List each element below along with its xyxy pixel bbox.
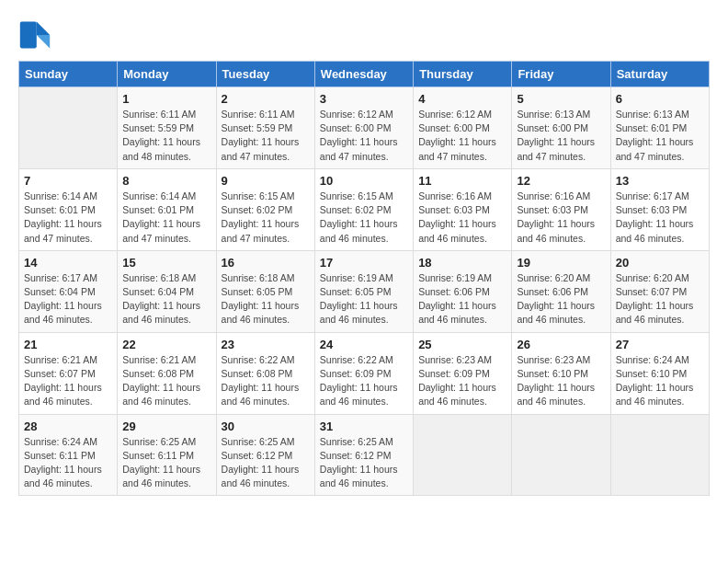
day-number: 10	[320, 174, 408, 188]
day-cell: 26Sunrise: 6:23 AM Sunset: 6:10 PM Dayli…	[512, 332, 610, 414]
day-number: 20	[616, 256, 704, 270]
day-number: 26	[517, 338, 605, 351]
header-tuesday: Tuesday	[216, 62, 314, 87]
day-info: Sunrise: 6:25 AM Sunset: 6:12 PM Dayligh…	[320, 435, 408, 491]
day-cell: 22Sunrise: 6:21 AM Sunset: 6:08 PM Dayli…	[118, 332, 216, 414]
day-number: 16	[222, 256, 310, 270]
day-number: 30	[222, 419, 310, 433]
day-info: Sunrise: 6:14 AM Sunset: 6:01 PM Dayligh…	[24, 190, 112, 246]
day-number: 23	[222, 338, 310, 351]
day-number: 14	[24, 256, 112, 270]
week-row-5: 28Sunrise: 6:24 AM Sunset: 6:11 PM Dayli…	[19, 414, 710, 496]
day-info: Sunrise: 6:18 AM Sunset: 6:05 PM Dayligh…	[222, 271, 310, 327]
day-cell	[414, 414, 512, 496]
day-info: Sunrise: 6:11 AM Sunset: 5:59 PM Dayligh…	[222, 108, 310, 164]
day-number: 24	[320, 338, 408, 351]
day-number: 12	[517, 174, 605, 188]
day-number: 25	[418, 338, 506, 351]
day-info: Sunrise: 6:17 AM Sunset: 6:03 PM Dayligh…	[616, 190, 704, 246]
day-info: Sunrise: 6:21 AM Sunset: 6:08 PM Dayligh…	[122, 353, 210, 409]
svg-marker-0	[37, 22, 50, 35]
day-number: 1	[122, 92, 210, 106]
day-info: Sunrise: 6:15 AM Sunset: 6:02 PM Dayligh…	[222, 190, 310, 246]
day-info: Sunrise: 6:23 AM Sunset: 6:09 PM Dayligh…	[418, 353, 506, 409]
day-info: Sunrise: 6:23 AM Sunset: 6:10 PM Dayligh…	[517, 353, 605, 409]
day-cell: 5Sunrise: 6:13 AM Sunset: 6:00 PM Daylig…	[512, 87, 610, 169]
day-cell: 17Sunrise: 6:19 AM Sunset: 6:05 PM Dayli…	[314, 250, 413, 332]
header-monday: Monday	[118, 62, 216, 87]
day-number: 27	[616, 338, 704, 351]
day-info: Sunrise: 6:14 AM Sunset: 6:01 PM Dayligh…	[122, 190, 210, 246]
day-cell	[610, 414, 709, 496]
day-info: Sunrise: 6:13 AM Sunset: 6:01 PM Dayligh…	[616, 108, 704, 164]
logo	[18, 18, 55, 52]
day-cell: 15Sunrise: 6:18 AM Sunset: 6:04 PM Dayli…	[118, 250, 216, 332]
day-number: 13	[616, 174, 704, 188]
day-cell: 6Sunrise: 6:13 AM Sunset: 6:01 PM Daylig…	[610, 87, 709, 169]
svg-marker-1	[37, 35, 50, 48]
day-info: Sunrise: 6:20 AM Sunset: 6:07 PM Dayligh…	[616, 271, 704, 327]
week-row-3: 14Sunrise: 6:17 AM Sunset: 6:04 PM Dayli…	[19, 250, 710, 332]
day-cell: 13Sunrise: 6:17 AM Sunset: 6:03 PM Dayli…	[610, 168, 709, 250]
day-number: 15	[122, 256, 210, 270]
calendar-table: SundayMondayTuesdayWednesdayThursdayFrid…	[18, 61, 710, 496]
day-cell: 20Sunrise: 6:20 AM Sunset: 6:07 PM Dayli…	[610, 250, 709, 332]
day-cell: 18Sunrise: 6:19 AM Sunset: 6:06 PM Dayli…	[414, 250, 512, 332]
day-cell	[512, 414, 610, 496]
day-cell: 16Sunrise: 6:18 AM Sunset: 6:05 PM Dayli…	[216, 250, 314, 332]
day-cell: 12Sunrise: 6:16 AM Sunset: 6:03 PM Dayli…	[512, 168, 610, 250]
day-info: Sunrise: 6:12 AM Sunset: 6:00 PM Dayligh…	[418, 108, 506, 164]
header-saturday: Saturday	[610, 62, 709, 87]
day-info: Sunrise: 6:22 AM Sunset: 6:08 PM Dayligh…	[222, 353, 310, 409]
day-info: Sunrise: 6:24 AM Sunset: 6:10 PM Dayligh…	[616, 353, 704, 409]
day-cell: 24Sunrise: 6:22 AM Sunset: 6:09 PM Dayli…	[314, 332, 413, 414]
day-cell: 2Sunrise: 6:11 AM Sunset: 5:59 PM Daylig…	[216, 87, 314, 169]
day-number: 2	[222, 92, 310, 106]
week-row-1: 1Sunrise: 6:11 AM Sunset: 5:59 PM Daylig…	[19, 87, 710, 169]
calendar-header-row: SundayMondayTuesdayWednesdayThursdayFrid…	[19, 62, 710, 87]
day-number: 5	[517, 92, 605, 106]
day-number: 19	[517, 256, 605, 270]
day-info: Sunrise: 6:25 AM Sunset: 6:11 PM Dayligh…	[122, 435, 210, 491]
day-number: 21	[24, 338, 112, 351]
day-cell: 25Sunrise: 6:23 AM Sunset: 6:09 PM Dayli…	[414, 332, 512, 414]
day-info: Sunrise: 6:11 AM Sunset: 5:59 PM Dayligh…	[122, 108, 210, 164]
day-number: 7	[24, 174, 112, 188]
day-info: Sunrise: 6:19 AM Sunset: 6:05 PM Dayligh…	[320, 271, 408, 327]
week-row-2: 7Sunrise: 6:14 AM Sunset: 6:01 PM Daylig…	[19, 168, 710, 250]
day-info: Sunrise: 6:16 AM Sunset: 6:03 PM Dayligh…	[517, 190, 605, 246]
day-cell: 14Sunrise: 6:17 AM Sunset: 6:04 PM Dayli…	[19, 250, 118, 332]
day-number: 22	[122, 338, 210, 351]
day-number: 6	[616, 92, 704, 106]
day-info: Sunrise: 6:20 AM Sunset: 6:06 PM Dayligh…	[517, 271, 605, 327]
day-number: 31	[320, 419, 408, 433]
day-info: Sunrise: 6:16 AM Sunset: 6:03 PM Dayligh…	[418, 190, 506, 246]
day-cell: 23Sunrise: 6:22 AM Sunset: 6:08 PM Dayli…	[216, 332, 314, 414]
header-thursday: Thursday	[414, 62, 512, 87]
day-info: Sunrise: 6:19 AM Sunset: 6:06 PM Dayligh…	[418, 271, 506, 327]
day-number: 29	[122, 419, 210, 433]
day-number: 11	[418, 174, 506, 188]
logo-icon	[18, 18, 51, 52]
day-cell: 4Sunrise: 6:12 AM Sunset: 6:00 PM Daylig…	[414, 87, 512, 169]
day-number: 4	[418, 92, 506, 106]
day-number: 18	[418, 256, 506, 270]
day-cell: 30Sunrise: 6:25 AM Sunset: 6:12 PM Dayli…	[216, 414, 314, 496]
day-cell: 31Sunrise: 6:25 AM Sunset: 6:12 PM Dayli…	[314, 414, 413, 496]
day-cell: 19Sunrise: 6:20 AM Sunset: 6:06 PM Dayli…	[512, 250, 610, 332]
day-cell: 3Sunrise: 6:12 AM Sunset: 6:00 PM Daylig…	[314, 87, 413, 169]
header-wednesday: Wednesday	[314, 62, 413, 87]
day-info: Sunrise: 6:21 AM Sunset: 6:07 PM Dayligh…	[24, 353, 112, 409]
day-cell	[19, 87, 118, 169]
day-number: 8	[122, 174, 210, 188]
day-number: 17	[320, 256, 408, 270]
day-number: 9	[222, 174, 310, 188]
day-cell: 10Sunrise: 6:15 AM Sunset: 6:02 PM Dayli…	[314, 168, 413, 250]
day-cell: 11Sunrise: 6:16 AM Sunset: 6:03 PM Dayli…	[414, 168, 512, 250]
day-cell: 28Sunrise: 6:24 AM Sunset: 6:11 PM Dayli…	[19, 414, 118, 496]
day-cell: 8Sunrise: 6:14 AM Sunset: 6:01 PM Daylig…	[118, 168, 216, 250]
day-info: Sunrise: 6:12 AM Sunset: 6:00 PM Dayligh…	[320, 108, 408, 164]
day-number: 28	[24, 419, 112, 433]
day-info: Sunrise: 6:15 AM Sunset: 6:02 PM Dayligh…	[320, 190, 408, 246]
day-cell: 21Sunrise: 6:21 AM Sunset: 6:07 PM Dayli…	[19, 332, 118, 414]
